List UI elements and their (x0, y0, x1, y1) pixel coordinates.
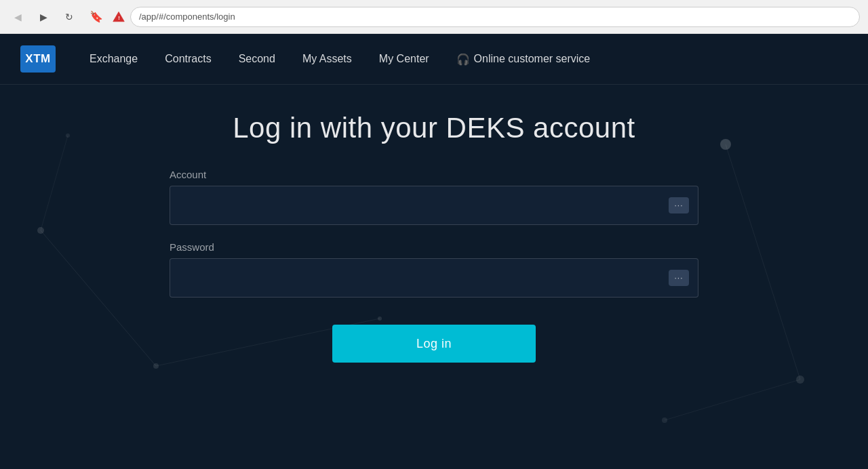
svg-text:!: ! (118, 15, 120, 21)
login-form: Account ··· Password ··· Log in (170, 169, 698, 363)
password-toggle-button[interactable]: ··· (669, 270, 689, 286)
customer-service-link[interactable]: 🎧 Online customer service (456, 53, 591, 66)
password-field-group: Password ··· (170, 241, 698, 298)
svg-point-6 (662, 417, 667, 423)
account-input[interactable] (170, 186, 698, 225)
back-button[interactable]: ◀ (8, 7, 27, 26)
reload-button[interactable]: ↻ (60, 7, 79, 26)
exchange-link[interactable]: Exchange (90, 53, 138, 64)
app-wrapper: XTM Exchange Contracts Second My Assets … (0, 34, 868, 469)
nav-links: Exchange Contracts Second My Assets My C… (76, 53, 604, 66)
svg-point-2 (153, 363, 159, 369)
my-assets-link[interactable]: My Assets (302, 53, 352, 64)
account-field-group: Account ··· (170, 169, 698, 225)
account-toggle-button[interactable]: ··· (669, 197, 689, 213)
nav-item-contracts[interactable]: Contracts (151, 53, 224, 65)
login-button[interactable]: Log in (332, 325, 536, 363)
nav-item-my-center[interactable]: My Center (366, 53, 443, 65)
nav-item-my-assets[interactable]: My Assets (289, 53, 366, 65)
browser-chrome: ◀ ▶ ↻ 🔖 ! (0, 0, 868, 34)
my-center-link[interactable]: My Center (379, 53, 429, 64)
nav-item-customer-service[interactable]: 🎧 Online customer service (443, 53, 604, 66)
security-warning-icon: ! (113, 11, 125, 23)
second-link[interactable]: Second (239, 53, 275, 64)
account-input-wrapper: ··· (170, 186, 698, 225)
address-bar-wrapper: ! (113, 7, 860, 27)
password-input[interactable] (170, 258, 698, 298)
svg-line-11 (665, 380, 800, 420)
headset-icon: 🎧 (456, 53, 470, 66)
nav-item-second[interactable]: Second (225, 53, 289, 65)
login-title: Log in with your DEKS account (233, 112, 635, 144)
password-label: Password (170, 241, 698, 253)
navbar: XTM Exchange Contracts Second My Assets … (0, 34, 868, 85)
nav-item-exchange[interactable]: Exchange (76, 53, 151, 65)
url-input[interactable] (139, 12, 851, 22)
forward-button[interactable]: ▶ (34, 7, 53, 26)
address-bar[interactable] (130, 7, 860, 27)
logo[interactable]: XTM (20, 45, 56, 73)
bookmark-button[interactable]: 🔖 (87, 7, 106, 26)
svg-point-5 (796, 375, 804, 384)
account-label: Account (170, 169, 698, 180)
submit-row: Log in (170, 314, 698, 363)
main-content: Log in with your DEKS account Account ··… (0, 85, 868, 363)
customer-service-label: Online customer service (474, 53, 591, 65)
password-input-wrapper: ··· (170, 258, 698, 298)
contracts-link[interactable]: Contracts (165, 53, 211, 64)
